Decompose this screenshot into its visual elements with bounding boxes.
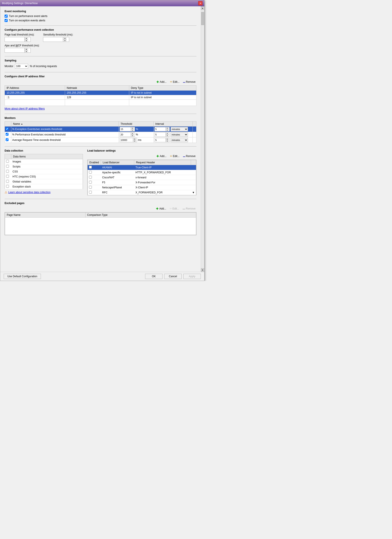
monitor-check-1[interactable] (6, 127, 9, 130)
page-load-down[interactable]: ▼ (25, 39, 28, 42)
lb-name-f5: F5 (101, 180, 134, 185)
sensitivity-down[interactable]: ▼ (63, 39, 66, 42)
interval-unit-2[interactable]: minutes hours (170, 132, 188, 137)
default-config-button[interactable]: Use Default Configuration (4, 274, 41, 279)
di-check-css[interactable] (6, 170, 9, 173)
di-check-exception[interactable] (6, 185, 9, 188)
cancel-button[interactable]: Cancel (164, 274, 182, 279)
ep-add-icon: ✚ (156, 207, 159, 210)
lb-check-f5[interactable] (89, 181, 92, 183)
monitor-check-2[interactable] (6, 133, 9, 136)
lb-edit-icon: ✏ (170, 155, 172, 158)
di-check-images[interactable] (6, 160, 9, 163)
monitor-thresh-input-3[interactable] (120, 138, 133, 142)
di-check-global[interactable] (6, 180, 9, 183)
monitor-row-3[interactable]: Average Request Time exceeds threshold ▲… (5, 137, 196, 143)
lb-row-apache[interactable]: Apache-specific HTTP_X_FORWARDED_FOR (88, 170, 196, 175)
thresh-down-1[interactable]: ▼ (131, 129, 134, 131)
lb-row-rfc[interactable]: RFC X_FORWARDED_FOR ▼ (88, 190, 196, 195)
sensitivity-input[interactable]: 3000 (43, 37, 63, 42)
scroll-up-button[interactable]: ▲ (201, 6, 204, 10)
ep-remove-icon: ▬ (183, 207, 185, 210)
interval-input-3[interactable] (155, 138, 165, 142)
monitor-row-1[interactable]: % Exception Events/sec exceeds threshold… (5, 126, 196, 132)
ajax-up[interactable]: ▲ (25, 48, 28, 50)
monitors-title: Monitors (5, 116, 196, 120)
page-load-up[interactable]: ▲ (25, 37, 28, 39)
di-row-exception: Exception stack (5, 184, 83, 189)
lb-row-netscape[interactable]: Netscape/iPlanet X-Client-IP (88, 185, 196, 190)
data-collection-col: Data collection Data Items Images (5, 149, 83, 195)
scrollbar: ▲ ▼ (201, 6, 204, 272)
ip-edit-button[interactable]: ✏ Edit... (169, 80, 180, 84)
monitor-row-2[interactable]: % Performance Events/sec exceeds thresho… (5, 132, 196, 137)
interval-up-3[interactable]: ▲ (166, 138, 169, 140)
exc-events-checkbox[interactable] (5, 19, 8, 22)
deny-col-header: Deny Type (129, 86, 196, 91)
lb-edit-button[interactable]: ✏ Edit... (169, 154, 180, 158)
lb-toolbar: ✚ Add... ✏ Edit... ▬ Remove (87, 154, 196, 158)
lb-check-akamai[interactable] (89, 166, 92, 168)
ajax-input[interactable]: 5000 (5, 48, 24, 53)
thresh-up-1[interactable]: ▲ (131, 127, 134, 129)
lb-row-cisco[interactable]: Cisco/NAT x-forward (88, 175, 196, 180)
name-sort-icon: ▲ (21, 123, 23, 125)
lb-add-button[interactable]: ✚ Add... (156, 154, 167, 158)
monitor-thresh-input-1[interactable] (120, 127, 131, 131)
thresh-down-2[interactable]: ▼ (131, 135, 134, 137)
interval-input-2[interactable] (155, 133, 165, 137)
thresh-unit-1: % (136, 128, 138, 131)
thresh-down-3[interactable]: ▼ (133, 140, 136, 142)
lb-remove-button[interactable]: ▬ Remove (182, 154, 196, 158)
thresh-up-3[interactable]: ▲ (133, 138, 136, 140)
ep-edit-button[interactable]: ✏ Edit... (169, 207, 180, 211)
sensitivity-up[interactable]: ▲ (63, 37, 66, 39)
ip-add-button[interactable]: ✚ Add... (156, 80, 167, 84)
interval-down-1[interactable]: ▼ (166, 129, 169, 131)
lb-header-col: Request Header (134, 160, 191, 165)
monitor-check-3[interactable] (6, 138, 9, 141)
interval-up-1[interactable]: ▲ (166, 127, 169, 129)
lb-check-netscape[interactable] (89, 186, 92, 189)
thresh-up-2[interactable]: ▲ (131, 133, 134, 135)
apply-button[interactable]: Apply (183, 274, 201, 279)
ajax-down[interactable]: ▼ (25, 50, 28, 53)
scroll-thumb[interactable] (201, 12, 204, 25)
interval-up-2[interactable]: ▲ (166, 133, 169, 135)
ip-row-normal[interactable]: ::1 128 IP is not in subnet (5, 95, 196, 100)
interval-down-2[interactable]: ▼ (166, 135, 169, 137)
lb-remove-icon: ▬ (183, 155, 185, 158)
interval-unit-3[interactable]: minutes hours (170, 138, 188, 142)
interval-input-1[interactable] (155, 127, 165, 131)
di-row-scripts: Scripts (5, 164, 83, 169)
di-label-css: CSS (11, 169, 83, 174)
ep-remove-button[interactable]: ▬ Remove (182, 207, 196, 211)
ip-row-selected[interactable]: 10.255.255.255 255.255.255.255 IP is not… (5, 91, 196, 95)
deny-cell-2: IP is not in subnet (129, 95, 196, 100)
ip-remove-button[interactable]: ▬ Remove (182, 80, 196, 84)
ip-link[interactable]: More about client IP address filters (5, 107, 45, 110)
close-button[interactable]: ✕ (198, 1, 203, 5)
perf-events-checkbox[interactable] (5, 14, 8, 18)
lb-check-cisco[interactable] (89, 176, 92, 178)
lb-check-rfc[interactable] (89, 191, 92, 194)
ok-button[interactable]: OK (145, 274, 162, 279)
lb-check-apache[interactable] (89, 171, 92, 173)
interval-unit-1[interactable]: minutes hours (170, 127, 188, 131)
monitor-thresh-input-2[interactable] (120, 133, 131, 137)
scroll-down-button[interactable]: ▼ (201, 268, 204, 272)
divider-4 (5, 114, 196, 114)
ep-add-button[interactable]: ✚ Add... (155, 207, 167, 211)
di-check-htc[interactable] (6, 175, 9, 178)
perf-collection-title: Configure performance event collection (5, 28, 196, 31)
di-check-scripts[interactable] (6, 165, 9, 168)
page-load-input[interactable]: 15000 (5, 37, 24, 42)
lb-row-akamai[interactable]: AKAMAI True-Client-IP (88, 165, 196, 170)
ip-filter-toolbar: ✚ Add... ✏ Edit... ▬ Remove (5, 80, 196, 84)
interval-down-3[interactable]: ▼ (166, 140, 169, 142)
sampling-select[interactable]: 100 75 50 25 (15, 64, 28, 69)
lb-row-f5[interactable]: F5 X-Forwarded-For (88, 180, 196, 185)
lb-add-label: Add... (160, 155, 166, 158)
lb-header-cisco: x-forward (134, 175, 191, 180)
learn-link[interactable]: Learn about sensitive data collection (8, 191, 51, 194)
